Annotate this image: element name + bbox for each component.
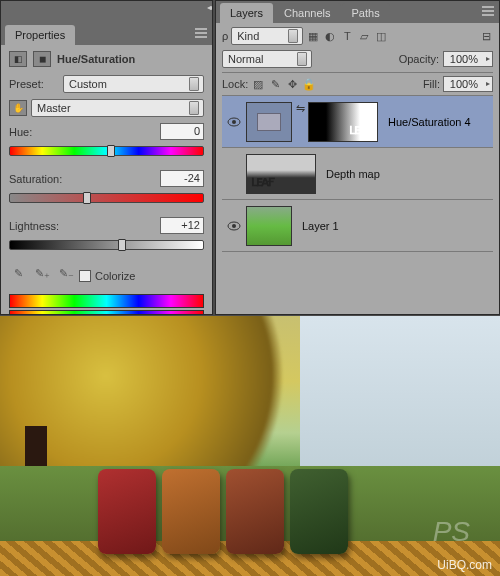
layer-row[interactable]: ʟᴇᴀғ Depth map bbox=[222, 148, 493, 200]
saturation-input[interactable]: -24 bbox=[160, 170, 204, 187]
filter-shape-icon[interactable]: ▱ bbox=[357, 29, 371, 43]
watermark: UiBQ.com bbox=[437, 558, 492, 572]
opacity-input[interactable]: 100% bbox=[443, 51, 493, 67]
colorize-checkbox[interactable]: Colorize bbox=[79, 270, 135, 282]
tab-layers[interactable]: Layers bbox=[220, 3, 273, 23]
filter-type-icon[interactable]: T bbox=[340, 29, 354, 43]
lightness-slider[interactable] bbox=[9, 240, 204, 254]
lightness-input[interactable]: +12 bbox=[160, 217, 204, 234]
tab-properties[interactable]: Properties bbox=[5, 25, 75, 45]
svg-point-1 bbox=[232, 120, 236, 124]
layer-row[interactable]: Layer 1 bbox=[222, 200, 493, 252]
layers-menu-icon[interactable] bbox=[481, 5, 495, 17]
svg-point-3 bbox=[232, 224, 236, 228]
hue-label: Hue: bbox=[9, 126, 59, 138]
layer-thumb[interactable] bbox=[246, 102, 292, 142]
preset-label: Preset: bbox=[9, 78, 59, 90]
hue-input[interactable]: 0 bbox=[160, 123, 204, 140]
saturation-slider[interactable] bbox=[9, 193, 204, 207]
layer-list: ⇋ ʟᴇᴀғ Hue/Saturation 4 ʟᴇᴀғ Depth map bbox=[222, 96, 493, 252]
panel-menu-icon[interactable] bbox=[194, 27, 208, 39]
mask-icon: ◼ bbox=[33, 51, 51, 67]
opacity-label: Opacity: bbox=[399, 53, 439, 65]
preset-select[interactable]: Custom≑ bbox=[63, 75, 204, 93]
eyedropper-sub-icon[interactable]: ✎₋ bbox=[57, 264, 75, 282]
channel-select[interactable]: Master≑ bbox=[31, 99, 204, 117]
layer-name[interactable]: Hue/Saturation 4 bbox=[388, 116, 471, 128]
fill-label: Fill: bbox=[423, 78, 440, 90]
lock-all-icon[interactable]: 🔒 bbox=[302, 77, 316, 91]
properties-panel: ◂◂ Properties ◧ ◼ Hue/Saturation Preset:… bbox=[0, 0, 213, 315]
filter-toggle[interactable]: ⊟ bbox=[479, 29, 493, 43]
saturation-label: Saturation: bbox=[9, 173, 62, 185]
fill-input[interactable]: 100% bbox=[443, 76, 493, 92]
hue-strip-2 bbox=[9, 310, 204, 314]
lock-paint-icon[interactable]: ✎ bbox=[268, 77, 282, 91]
lightness-label: Lightness: bbox=[9, 220, 59, 232]
tab-channels[interactable]: Channels bbox=[274, 3, 340, 23]
layer-name[interactable]: Layer 1 bbox=[302, 220, 339, 232]
visibility-toggle[interactable] bbox=[226, 114, 242, 130]
layer-thumb[interactable] bbox=[246, 206, 292, 246]
image-preview: PS UiBQ.com bbox=[0, 316, 500, 576]
filter-adjust-icon[interactable]: ◐ bbox=[323, 29, 337, 43]
link-icon[interactable]: ⇋ bbox=[294, 102, 306, 142]
collapse-icon[interactable]: ◂◂ bbox=[207, 3, 209, 12]
filter-pixel-icon[interactable]: ▦ bbox=[306, 29, 320, 43]
watermark-logo: PS bbox=[433, 516, 470, 548]
hue-slider[interactable] bbox=[9, 146, 204, 160]
properties-tabrow: ◂◂ bbox=[1, 1, 212, 23]
mask-thumb[interactable]: ʟᴇᴀғ bbox=[308, 102, 378, 142]
eyedropper-icon[interactable]: ✎ bbox=[9, 264, 27, 282]
visibility-toggle[interactable] bbox=[226, 218, 242, 234]
lock-trans-icon[interactable]: ▨ bbox=[251, 77, 265, 91]
layers-panel: Layers Channels Paths ρ Kind≑ ▦ ◐ T ▱ ◫ … bbox=[215, 0, 500, 315]
target-adjust-icon[interactable]: ✋ bbox=[9, 100, 27, 116]
filter-smart-icon[interactable]: ◫ bbox=[374, 29, 388, 43]
blend-select[interactable]: Normal≑ bbox=[222, 50, 312, 68]
layer-name[interactable]: Depth map bbox=[326, 168, 380, 180]
tab-paths[interactable]: Paths bbox=[342, 3, 390, 23]
hue-strip bbox=[9, 294, 204, 308]
layer-thumb[interactable]: ʟᴇᴀғ bbox=[246, 154, 316, 194]
adjustment-title: Hue/Saturation bbox=[57, 53, 135, 65]
layer-row[interactable]: ⇋ ʟᴇᴀғ Hue/Saturation 4 bbox=[222, 96, 493, 148]
lock-label: Lock: bbox=[222, 78, 248, 90]
filter-select[interactable]: Kind≑ bbox=[231, 27, 303, 45]
eyedropper-add-icon[interactable]: ✎₊ bbox=[33, 264, 51, 282]
adjustment-icon: ◧ bbox=[9, 51, 27, 67]
visibility-toggle[interactable] bbox=[226, 166, 242, 182]
lock-pos-icon[interactable]: ✥ bbox=[285, 77, 299, 91]
